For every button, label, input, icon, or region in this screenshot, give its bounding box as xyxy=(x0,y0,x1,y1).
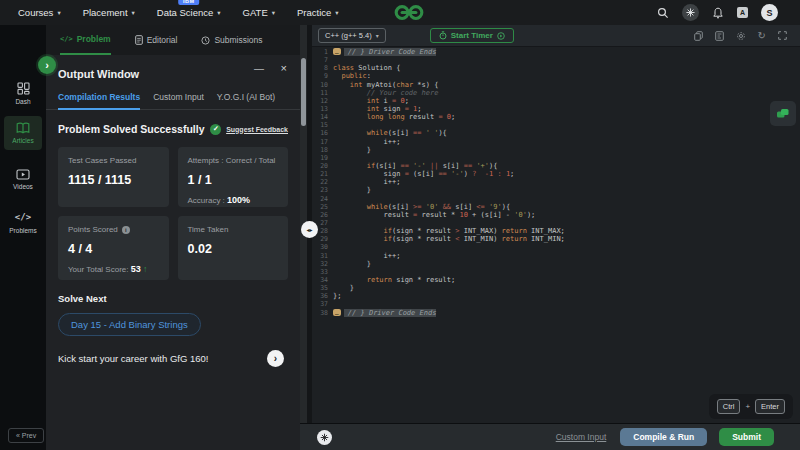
tab-label: Editorial xyxy=(147,35,178,45)
tab-submissions[interactable]: Submissions xyxy=(201,25,262,55)
custom-input-link[interactable]: Custom Input xyxy=(556,432,607,442)
splitter-drag-handle[interactable]: ◂▸ xyxy=(301,221,318,238)
nav-item-data-science[interactable]: IBM Data Science ▾ xyxy=(157,7,221,18)
stats-cards: Test Cases Passed 1115 / 1115 Attempts :… xyxy=(58,147,288,280)
nav-label: Practice xyxy=(297,7,331,18)
code-line: 35 } xyxy=(312,284,800,292)
close-icon[interactable]: × xyxy=(281,62,287,74)
nav-item-placement[interactable]: Placement ▾ xyxy=(83,7,135,18)
tab-custom-input[interactable]: Custom Input xyxy=(153,92,204,109)
document-icon xyxy=(135,35,143,45)
chevron-right-icon[interactable]: › xyxy=(267,350,284,367)
card-value: 1115 / 1115 xyxy=(68,173,159,187)
sidebar-item-label: Videos xyxy=(4,183,42,190)
line-number: 18 xyxy=(312,146,333,154)
start-timer-button[interactable]: Start Timer xyxy=(430,28,514,43)
nav-item-courses[interactable]: Courses ▾ xyxy=(18,7,61,18)
ai-sparkle-icon[interactable] xyxy=(317,430,332,445)
next-problem-chip[interactable]: Day 15 - Add Binary Strings xyxy=(58,313,201,336)
code-line: 8class Solution { xyxy=(312,64,800,72)
avatar[interactable]: S xyxy=(761,4,778,21)
tab-label: Problem xyxy=(77,34,111,44)
code-line: 25 while(s[i] >= '0' && s[i] <= '9'){ xyxy=(312,203,800,211)
sidebar-item-problems[interactable]: </> Problems xyxy=(4,206,42,234)
code-icon: </> xyxy=(15,212,31,222)
info-icon[interactable]: i xyxy=(122,226,130,234)
code-line: 15 xyxy=(312,121,800,129)
ai-assistant-icon[interactable] xyxy=(770,101,796,126)
ctrl-key: Ctrl xyxy=(717,399,741,414)
nav-right-cluster: A S xyxy=(657,0,800,25)
language-selector[interactable]: C++ (g++ 5.4) ▾ xyxy=(318,28,386,43)
arrow-up-icon: ↑ xyxy=(143,264,148,274)
code-line: 26 result = result * 10 + (s[i] - '0'); xyxy=(312,211,800,219)
translate-icon[interactable]: A xyxy=(737,7,748,18)
prev-button[interactable]: « Prev xyxy=(8,428,44,443)
notification-bell-icon[interactable] xyxy=(712,7,724,19)
code-line: 20 if(s[i] == '-' || s[i] == '+'){ xyxy=(312,162,800,170)
line-number: 34 xyxy=(312,276,333,284)
line-number: 38 xyxy=(312,309,333,317)
copy-icon[interactable] xyxy=(694,31,703,41)
settings-gear-icon[interactable] xyxy=(736,31,746,41)
line-number: 24 xyxy=(312,195,333,203)
output-window: Output Window — × Compilation Results Cu… xyxy=(46,55,300,450)
clock-icon xyxy=(201,36,210,45)
suggest-feedback-link[interactable]: Suggest Feedback xyxy=(226,126,288,133)
card-label: Time Taken xyxy=(188,225,279,234)
tab-editorial[interactable]: Editorial xyxy=(135,25,178,55)
editor-toolbar-icons: ↻ xyxy=(694,31,787,41)
play-circle-icon xyxy=(497,32,505,40)
nav-menu: Courses ▾ Placement ▾ IBM Data Science ▾… xyxy=(18,7,339,18)
solve-next-heading: Solve Next xyxy=(58,293,288,304)
line-number: 25 xyxy=(312,203,333,211)
code-line: 10 int myAtoi(char *s) { xyxy=(312,81,800,89)
code-area[interactable]: 1… // } Driver Code Ends78class Solution… xyxy=(312,48,800,317)
editor-footer-bar: Custom Input Compile & Run Submit xyxy=(300,423,800,450)
enter-key: Enter xyxy=(755,399,785,414)
tab-compilation-results[interactable]: Compilation Results xyxy=(58,92,140,110)
geeksforgeeks-practice-page: Courses ▾ Placement ▾ IBM Data Science ▾… xyxy=(0,0,800,450)
code-line: 27 xyxy=(312,219,800,227)
line-number: 31 xyxy=(312,252,333,260)
expand-panel-button[interactable]: › xyxy=(38,56,56,74)
reset-code-icon[interactable]: ↻ xyxy=(758,31,766,41)
code-editor-panel: C++ (g++ 5.4) ▾ Start Timer xyxy=(312,25,800,424)
nav-item-practice[interactable]: Practice ▾ xyxy=(297,7,339,18)
sidebar-item-dash[interactable]: Dash xyxy=(4,82,42,105)
theme-toggle-button[interactable] xyxy=(682,4,699,21)
nav-item-gate[interactable]: GATE ▾ xyxy=(243,7,275,18)
card-points: Points Scored i 4 / 4 Your Total Score: … xyxy=(58,216,169,280)
search-icon[interactable] xyxy=(657,7,669,19)
tab-yogi-ai-bot[interactable]: Y.O.G.I (AI Bot) xyxy=(217,92,275,109)
card-label: Test Cases Passed xyxy=(68,156,159,165)
card-label: Points Scored xyxy=(68,225,118,234)
plus-sign: + xyxy=(745,402,750,411)
code-line: 32 } xyxy=(312,260,800,268)
submit-button[interactable]: Submit xyxy=(719,428,774,446)
gfg-logo[interactable] xyxy=(394,3,424,22)
nav-label: Data Science xyxy=(157,7,214,18)
tab-problem[interactable]: </> Problem xyxy=(60,25,111,55)
code-icon: </> xyxy=(60,35,73,43)
compile-run-button[interactable]: Compile & Run xyxy=(620,428,707,446)
line-number: 26 xyxy=(312,211,333,219)
line-number: 22 xyxy=(312,178,333,186)
start-timer-label: Start Timer xyxy=(451,31,493,40)
sidebar-item-videos[interactable]: Videos xyxy=(4,169,42,190)
accuracy-value: 100% xyxy=(227,195,250,205)
format-code-icon[interactable] xyxy=(715,31,724,41)
sidebar-item-articles[interactable]: Articles xyxy=(4,116,42,150)
code-line: 36}; xyxy=(312,292,800,300)
line-number: 13 xyxy=(312,105,333,113)
line-number: 16 xyxy=(312,129,333,137)
line-number: 33 xyxy=(312,268,333,276)
nav-label: GATE xyxy=(243,7,268,18)
output-window-title: Output Window xyxy=(58,68,139,80)
card-value: 4 / 4 xyxy=(68,242,159,256)
minimize-icon[interactable]: — xyxy=(254,63,264,74)
fullscreen-icon[interactable] xyxy=(778,31,787,40)
code-line: 38… // } Driver Code Ends xyxy=(312,309,800,317)
scrollbar-thumb[interactable] xyxy=(301,58,306,126)
line-number: 19 xyxy=(312,154,333,162)
